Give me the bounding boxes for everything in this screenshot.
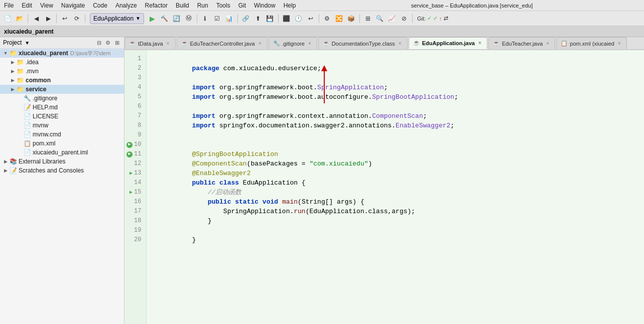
- code-editor[interactable]: 1 2 3 4 5 6 7 8 9 ▶ 10 ▶ 11 12 ▶: [124, 50, 644, 324]
- root-label: xiucaiedu_parent: [19, 50, 68, 57]
- tab-doctype-close[interactable]: ×: [397, 41, 403, 47]
- run-config-dropdown[interactable]: EduApplication ▼: [90, 13, 144, 24]
- license-label: LICENSE: [33, 113, 58, 120]
- layout-btn[interactable]: ⊞: [362, 13, 373, 24]
- coverage-btn[interactable]: ☑: [212, 13, 223, 24]
- reload-btn[interactable]: 🔄: [171, 13, 182, 24]
- tree-iml[interactable]: ▶ 📄 xiucaiedu_parent.iml: [0, 148, 124, 157]
- tab-eduteacher[interactable]: ☕ EduTeacher.java ×: [488, 37, 555, 49]
- tab-eduapp[interactable]: ☕ EduApplication.java ×: [409, 37, 487, 49]
- ext-libs-icon: 📚: [9, 157, 17, 166]
- tab-gitignore-close[interactable]: ×: [307, 41, 313, 47]
- graph-btn[interactable]: 📈: [387, 13, 398, 24]
- tab-controller-close[interactable]: ×: [257, 41, 263, 47]
- tree-gitignore[interactable]: ▶ 🔧 .gitignore: [0, 94, 124, 103]
- tab-eduapp-close[interactable]: ×: [477, 40, 483, 46]
- tab-gitignore-icon: 🔧: [273, 40, 280, 47]
- tab-tdata[interactable]: ☕ tData.java ×: [124, 37, 176, 49]
- ln-6: 6: [126, 102, 144, 111]
- menu-tools[interactable]: Tools: [212, 1, 234, 10]
- scratches-arrow: ▶: [2, 168, 9, 173]
- gitignore-label: .gitignore: [33, 95, 57, 102]
- menu-window[interactable]: Window: [250, 1, 280, 10]
- ln-19-num: 19: [134, 226, 141, 235]
- tree-license[interactable]: ▶ 📄 LICENSE: [0, 112, 124, 121]
- build-btn[interactable]: 🔨: [159, 13, 170, 24]
- tab-pom-close[interactable]: ×: [616, 41, 622, 47]
- revert-btn[interactable]: ↩: [305, 13, 316, 24]
- tab-controller-icon: ☕: [181, 40, 188, 47]
- terminal-btn[interactable]: ⬛: [281, 13, 292, 24]
- tree-idea[interactable]: ▶ 📁 .idea: [0, 58, 124, 67]
- menu-refactor[interactable]: Refactor: [141, 1, 172, 10]
- run-config-label: EduApplication: [93, 15, 134, 22]
- tab-eduteacher-close[interactable]: ×: [545, 41, 551, 47]
- undo-btn[interactable]: ↩: [59, 13, 70, 24]
- vcs-ops-btn[interactable]: 🔀: [334, 13, 345, 24]
- menu-code[interactable]: Code: [89, 1, 111, 10]
- menu-view[interactable]: View: [36, 1, 57, 10]
- ln-15-num: 15: [134, 188, 141, 197]
- tabs-bar: ☕ tData.java × ☕ EduTeacherController.ja…: [124, 37, 644, 50]
- menu-navigate[interactable]: Navigate: [57, 1, 89, 10]
- tree-mvnw[interactable]: ▶ 📄 mvnw: [0, 121, 124, 130]
- run-btn[interactable]: ▶: [147, 13, 158, 24]
- redo-btn[interactable]: ⟳: [71, 13, 82, 24]
- ln-2-num: 2: [138, 64, 141, 73]
- menu-file[interactable]: File: [0, 1, 18, 10]
- tree-pomxml[interactable]: ▶ 📋 pom.xml: [0, 139, 124, 148]
- tab-tdata-close[interactable]: ×: [165, 41, 171, 47]
- menu-git[interactable]: Git: [234, 1, 250, 10]
- tree-mvn[interactable]: ▶ 📁 .mvn: [0, 67, 124, 76]
- run-gutter-13[interactable]: ▶: [130, 169, 133, 178]
- search-btn[interactable]: 🔍: [374, 13, 385, 24]
- commit-btn[interactable]: 💾: [265, 13, 276, 24]
- tree-root[interactable]: ▼ 📁 xiucaiedu_parent D:\java学习\dem: [0, 49, 124, 58]
- run-gutter-10[interactable]: ▶: [126, 142, 133, 148]
- open-btn[interactable]: 📂: [14, 13, 25, 24]
- mvn-label: .mvn: [26, 68, 39, 75]
- tab-pom[interactable]: 📋 pom.xml (xiucaied ×: [556, 37, 627, 49]
- tree-help[interactable]: ▶ 📝 HELP.md: [0, 103, 124, 112]
- menu-help[interactable]: Help: [280, 1, 300, 10]
- maven-btn[interactable]: Ⓜ: [183, 13, 194, 24]
- expand-icon[interactable]: ⊞: [113, 39, 121, 47]
- git-check1[interactable]: ✓: [427, 15, 432, 22]
- tree-service[interactable]: ▶ 📁 service: [0, 85, 124, 94]
- settings-btn[interactable]: ⚙: [322, 13, 333, 24]
- collapse-all-icon[interactable]: ⊟: [95, 39, 103, 47]
- tab-doctype[interactable]: ☕ DocumentationType.class ×: [318, 37, 408, 49]
- vcs-btn[interactable]: 🔗: [240, 13, 251, 24]
- tree-mvnwcmd[interactable]: ▶ 📄 mvnw.cmd: [0, 130, 124, 139]
- stop-btn[interactable]: ⊘: [399, 13, 410, 24]
- ln-1-num: 1: [138, 54, 141, 64]
- new-file-btn[interactable]: 📄: [2, 13, 13, 24]
- forward-btn[interactable]: ▶: [43, 13, 54, 24]
- tree-scratches[interactable]: ▶ 📝 Scratches and Consoles: [0, 166, 124, 175]
- git-arrow-up[interactable]: ↑: [439, 16, 442, 22]
- code-line-1: package com.xiucaiedu.eduservice;: [153, 54, 638, 64]
- tab-gitignore[interactable]: 🔧 .gitignore ×: [269, 37, 317, 49]
- ln-4-num: 4: [138, 83, 141, 92]
- settings-icon[interactable]: ⚙: [104, 39, 112, 47]
- back-btn[interactable]: ◀: [31, 13, 42, 24]
- info-btn[interactable]: ℹ: [200, 13, 211, 24]
- sidebar-dropdown-icon[interactable]: ▼: [25, 40, 30, 46]
- run-gutter-11[interactable]: ▶: [126, 151, 133, 157]
- tree-ext-libs[interactable]: ▶ 📚 External Libraries: [0, 157, 124, 166]
- menu-build[interactable]: Build: [172, 1, 193, 10]
- history-btn[interactable]: 🕐: [293, 13, 304, 24]
- git-label: Git:: [417, 16, 426, 22]
- deploy-btn[interactable]: 📦: [346, 13, 357, 24]
- git-sync[interactable]: ⇄: [444, 15, 448, 22]
- tab-controller[interactable]: ☕ EduTeacherController.java ×: [177, 37, 268, 49]
- update-btn[interactable]: ⬆: [252, 13, 264, 24]
- menu-edit[interactable]: Edit: [18, 1, 36, 10]
- git-check2[interactable]: ✓: [433, 15, 438, 22]
- code-content[interactable]: package com.xiucaiedu.eduservice; import…: [147, 50, 644, 324]
- run-gutter-15[interactable]: ▶: [130, 188, 133, 197]
- profiler-btn[interactable]: 📊: [224, 13, 235, 24]
- menu-analyze[interactable]: Analyze: [111, 1, 141, 10]
- menu-run[interactable]: Run: [193, 1, 212, 10]
- tree-common[interactable]: ▶ 📁 common: [0, 76, 124, 85]
